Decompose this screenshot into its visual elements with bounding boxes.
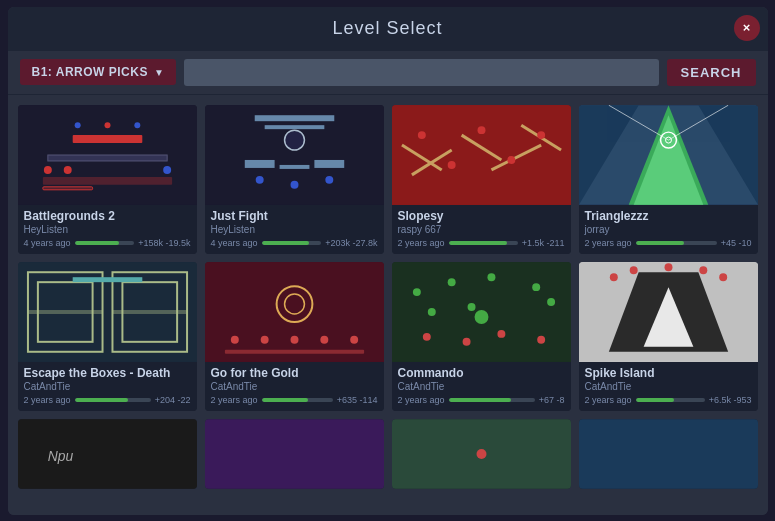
svg-point-61 xyxy=(412,288,420,296)
progress-fill xyxy=(262,398,308,402)
level-stats: 2 years ago +204 -22 xyxy=(24,395,191,405)
level-stats: 2 years ago +45 -10 xyxy=(585,238,752,248)
svg-point-54 xyxy=(230,335,238,343)
svg-point-71 xyxy=(537,335,545,343)
progress-fill xyxy=(449,241,508,245)
level-grid: Battlegrounds 2 HeyListen 4 years ago +1… xyxy=(18,105,758,411)
svg-rect-49 xyxy=(112,310,187,314)
svg-point-5 xyxy=(63,165,71,173)
level-author: CatAndTie xyxy=(585,381,752,392)
progress-fill xyxy=(75,241,120,245)
svg-point-55 xyxy=(260,335,268,343)
level-card-battlegrounds2[interactable]: Battlegrounds 2 HeyListen 4 years ago +1… xyxy=(18,105,197,254)
svg-text:Npu: Npu xyxy=(47,447,73,463)
thumbnail-art-slopesy xyxy=(392,105,571,205)
svg-rect-1 xyxy=(72,135,142,143)
level-info-goforgold: Go for the Gold CatAndTie 2 years ago +6… xyxy=(205,362,384,411)
svg-point-7 xyxy=(104,122,110,128)
svg-rect-86 xyxy=(579,419,758,489)
svg-point-57 xyxy=(320,335,328,343)
level-info-slopesy: Slopesy raspy 667 2 years ago +1.5k -211 xyxy=(392,205,571,254)
progress-bar xyxy=(636,241,717,245)
partial-thumb-1: Npu xyxy=(18,419,197,489)
svg-point-65 xyxy=(427,308,435,316)
partial-card-1[interactable]: Npu xyxy=(18,419,197,489)
search-input[interactable] xyxy=(184,59,658,86)
partial-thumb-2 xyxy=(205,419,384,489)
progress-bar xyxy=(262,398,333,402)
level-score: +204 -22 xyxy=(155,395,191,405)
svg-point-33 xyxy=(507,155,515,163)
level-thumbnail-goforgold xyxy=(205,262,384,362)
svg-rect-48 xyxy=(27,310,102,314)
svg-point-64 xyxy=(532,283,540,291)
svg-point-68 xyxy=(422,332,430,340)
level-score: +158k -19.5k xyxy=(138,238,190,248)
level-stats: 2 years ago +1.5k -211 xyxy=(398,238,565,248)
svg-point-70 xyxy=(497,329,505,337)
level-card-slopesy[interactable]: Slopesy raspy 667 2 years ago +1.5k -211 xyxy=(392,105,571,254)
svg-point-69 xyxy=(462,337,470,345)
svg-rect-83 xyxy=(205,419,384,489)
svg-point-62 xyxy=(447,278,455,286)
modal-title: Level Select xyxy=(332,18,442,39)
level-author: raspy 667 xyxy=(398,224,565,235)
svg-rect-15 xyxy=(264,125,324,129)
partial-card-2[interactable] xyxy=(205,419,384,489)
level-time: 4 years ago xyxy=(24,238,71,248)
level-thumbnail-trianglezzz xyxy=(579,105,758,205)
svg-point-77 xyxy=(629,266,637,274)
level-author: jorray xyxy=(585,224,752,235)
partial-level-row: Npu xyxy=(18,419,758,489)
level-info-battlegrounds2: Battlegrounds 2 HeyListen 4 years ago +1… xyxy=(18,205,197,254)
partial-thumb-3 xyxy=(392,419,571,489)
svg-point-56 xyxy=(290,335,298,343)
level-info-escapeboxes: Escape the Boxes - Death CatAndTie 2 yea… xyxy=(18,362,197,411)
level-author: CatAndTie xyxy=(211,381,378,392)
modal-header: Level Select × xyxy=(8,7,768,51)
level-card-justfight[interactable]: Just Fight HeyListen 4 years ago +203k -… xyxy=(205,105,384,254)
level-card-goforgold[interactable]: Go for the Gold CatAndTie 2 years ago +6… xyxy=(205,262,384,411)
level-time: 2 years ago xyxy=(398,238,445,248)
svg-point-63 xyxy=(487,273,495,281)
level-author: HeyListen xyxy=(24,224,191,235)
progress-bar xyxy=(449,398,535,402)
svg-point-72 xyxy=(474,310,488,324)
level-thumbnail-escapeboxes xyxy=(18,262,197,362)
svg-point-16 xyxy=(284,130,304,150)
svg-point-20 xyxy=(290,180,298,188)
level-card-trianglezzz[interactable]: Trianglezzz jorray 2 years ago +45 -10 xyxy=(579,105,758,254)
progress-bar xyxy=(75,398,151,402)
svg-point-19 xyxy=(255,175,263,183)
level-score: +1.5k -211 xyxy=(522,238,565,248)
search-button[interactable]: SEARCH xyxy=(667,59,756,86)
level-stats: 2 years ago +67 -8 xyxy=(398,395,565,405)
svg-point-30 xyxy=(477,126,485,134)
filter-dropdown[interactable]: B1: ARROW PICKS ▼ xyxy=(20,59,177,85)
level-card-escapeboxes[interactable]: Escape the Boxes - Death CatAndTie 2 yea… xyxy=(18,262,197,411)
level-score: +6.5k -953 xyxy=(709,395,752,405)
level-grid-container: Battlegrounds 2 HeyListen 4 years ago +1… xyxy=(8,95,768,515)
level-time: 2 years ago xyxy=(398,395,445,405)
partial-card-4[interactable] xyxy=(579,419,758,489)
chevron-down-icon: ▼ xyxy=(154,67,164,78)
svg-point-67 xyxy=(547,298,555,306)
progress-fill xyxy=(449,398,511,402)
partial-card-3[interactable] xyxy=(392,419,571,489)
svg-rect-14 xyxy=(254,115,334,121)
level-score: +67 -8 xyxy=(539,395,565,405)
level-time: 4 years ago xyxy=(211,238,258,248)
thumbnail-art-trianglezzz xyxy=(579,105,758,205)
level-time: 2 years ago xyxy=(585,238,632,248)
svg-point-66 xyxy=(467,303,475,311)
svg-point-21 xyxy=(325,175,333,183)
close-button[interactable]: × xyxy=(734,15,760,41)
level-info-justfight: Just Fight HeyListen 4 years ago +203k -… xyxy=(205,205,384,254)
progress-fill xyxy=(75,398,128,402)
level-time: 2 years ago xyxy=(585,395,632,405)
level-card-spikeisland[interactable]: Spike Island CatAndTie 2 years ago +6.5k… xyxy=(579,262,758,411)
level-card-commando[interactable]: Commando CatAndTie 2 years ago +67 -8 xyxy=(392,262,571,411)
progress-bar xyxy=(262,241,322,245)
svg-point-78 xyxy=(699,266,707,274)
svg-point-85 xyxy=(476,449,486,459)
